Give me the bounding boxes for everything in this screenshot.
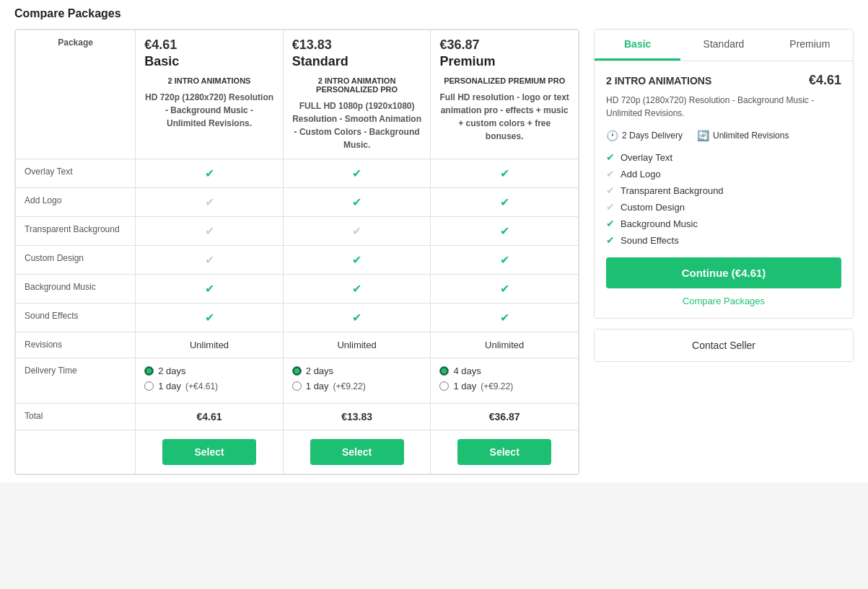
basic-delivery-fast-radio[interactable]: [144, 381, 154, 391]
continue-button[interactable]: Continue (€4.61): [606, 257, 841, 288]
check-gray-icon: ✔: [205, 225, 214, 237]
panel-meta: 🕐 2 Days Delivery 🔄 Unlimited Revisions: [606, 130, 841, 141]
basic-overlay-text: ✔: [136, 159, 284, 188]
standard-delivery-default: 2 days: [292, 366, 422, 376]
basic-delivery-fast: 1 day (+€4.61): [144, 381, 274, 391]
premium-transparent-bg: ✔: [431, 217, 579, 246]
premium-delivery-fast-label: 1 day: [453, 381, 476, 391]
basic-transparent-bg: ✔: [136, 217, 284, 246]
premium-delivery-default-label: 4 days: [453, 366, 481, 376]
standard-transparent-bg: ✔: [283, 217, 431, 246]
premium-delivery-fast: 1 day (+€9.22): [439, 381, 569, 391]
transparent-bg-label: Transparent Background: [16, 217, 136, 246]
basic-header: €4.61 Basic 2 INTRO ANIMATIONS HD 720p (…: [136, 30, 284, 159]
premium-background-music: ✔: [431, 275, 579, 304]
basic-name: Basic: [144, 54, 274, 69]
custom-design-label: Custom Design: [16, 246, 136, 275]
check-gray-icon: ✔: [205, 196, 214, 208]
premium-select-button[interactable]: Select: [457, 439, 551, 465]
standard-custom-design: ✔: [283, 246, 431, 275]
panel-animations-row: 2 INTRO ANIMATIONS €4.61: [606, 73, 841, 88]
panel-price: €4.61: [809, 73, 841, 88]
basic-background-music: ✔: [136, 275, 284, 304]
premium-subtitle: PERSONALIZED PREMIUM PRO: [439, 76, 569, 85]
panel-revisions-meta: 🔄 Unlimited Revisions: [697, 130, 789, 141]
standard-delivery: 2 days 1 day (+€9.22): [283, 358, 431, 404]
main-layout: Package €4.61 Basic 2 INTRO ANIMATIONS H…: [14, 29, 854, 475]
check-icon: ✔: [352, 167, 361, 180]
check-icon: ✔: [500, 254, 509, 266]
premium-sound-effects: ✔: [431, 304, 579, 332]
tab-premium[interactable]: Premium: [767, 30, 853, 61]
standard-price: €13.83: [292, 37, 422, 53]
custom-design-row: Custom Design ✔ ✔ ✔: [16, 246, 579, 275]
basic-delivery-default-label: 2 days: [158, 366, 185, 376]
feature-check-gray-icon: ✔: [606, 168, 615, 180]
delivery-row: Delivery Time 2 days 1 day (+€4.61): [16, 358, 579, 404]
transparent-bg-row: Transparent Background ✔ ✔ ✔: [16, 217, 579, 246]
check-icon: ✔: [205, 311, 214, 324]
premium-total-price: €36.87: [439, 411, 569, 422]
contact-box: Contact Seller: [594, 329, 854, 362]
check-icon: ✔: [205, 283, 214, 295]
compare-table-wrap: Package €4.61 Basic 2 INTRO ANIMATIONS H…: [14, 29, 579, 475]
feature-check-icon: ✔: [606, 218, 615, 229]
standard-select-button[interactable]: Select: [310, 439, 404, 465]
tab-basic[interactable]: Basic: [595, 30, 680, 61]
basic-select-cell: Select: [136, 430, 284, 474]
feature-check-gray-icon: ✔: [606, 201, 615, 213]
sound-effects-label: Sound Effects: [16, 304, 136, 332]
basic-delivery-default: 2 days: [144, 366, 274, 376]
premium-custom-design: ✔: [431, 246, 579, 275]
compare-table: Package €4.61 Basic 2 INTRO ANIMATIONS H…: [15, 30, 579, 474]
contact-seller-button[interactable]: Contact Seller: [595, 329, 853, 361]
check-icon: ✔: [352, 311, 361, 324]
standard-delivery-fast-radio[interactable]: [292, 381, 302, 391]
premium-delivery-fast-price: (+€9.22): [481, 381, 513, 391]
check-icon: ✔: [500, 311, 509, 324]
delivery-label: Delivery Time: [16, 358, 136, 404]
tabs-header: Basic Standard Premium: [595, 30, 853, 61]
basic-total: €4.61: [136, 404, 284, 430]
select-row: Select Select Select: [16, 430, 579, 474]
feature-transparent-bg: ✔ Transparent Background: [606, 185, 841, 196]
page-title: Compare Packages: [14, 7, 854, 20]
right-panel: Basic Standard Premium 2 INTRO ANIMATION…: [594, 29, 854, 475]
feature-custom-design: ✔ Custom Design: [606, 201, 841, 213]
standard-total: €13.83: [283, 404, 431, 430]
basic-select-button[interactable]: Select: [162, 439, 256, 465]
feature-transparent-bg-label: Transparent Background: [621, 185, 724, 196]
total-row: Total €4.61 €13.83 €36.87: [16, 404, 579, 430]
standard-delivery-default-radio[interactable]: [292, 366, 302, 376]
basic-delivery-fast-price: (+€4.61): [185, 381, 218, 391]
premium-delivery-default-radio[interactable]: [439, 366, 449, 376]
label-header: Package: [16, 30, 136, 159]
standard-delivery-fast-price: (+€9.22): [333, 381, 366, 391]
feature-list: ✔ Overlay Text ✔ Add Logo ✔ Transparent …: [606, 151, 841, 246]
feature-check-gray-icon: ✔: [606, 185, 615, 196]
check-icon: ✔: [352, 254, 361, 266]
feature-background-music: ✔ Background Music: [606, 218, 841, 229]
panel-description: HD 720p (1280x720) Resolution - Backgrou…: [606, 94, 841, 120]
background-music-label: Background Music: [16, 275, 136, 304]
background-music-row: Background Music ✔ ✔ ✔: [16, 275, 579, 304]
standard-background-music: ✔: [283, 275, 431, 304]
premium-delivery-fast-radio[interactable]: [439, 381, 449, 391]
tab-standard[interactable]: Standard: [680, 30, 766, 61]
basic-revisions: Unlimited: [136, 332, 284, 358]
basic-delivery: 2 days 1 day (+€4.61): [136, 358, 284, 404]
standard-subtitle: 2 INTRO ANIMATION PERSONALIZED PRO: [292, 76, 422, 94]
basic-subtitle: 2 INTRO ANIMATIONS: [144, 76, 274, 85]
compare-packages-link[interactable]: Compare Packages: [606, 296, 841, 306]
panel-body: 2 INTRO ANIMATIONS €4.61 HD 720p (1280x7…: [595, 61, 853, 318]
basic-delivery-default-radio[interactable]: [144, 366, 154, 376]
standard-name: Standard: [292, 54, 422, 69]
sound-effects-row: Sound Effects ✔ ✔ ✔: [16, 304, 579, 332]
basic-price: €4.61: [144, 37, 274, 53]
premium-desc: Full HD resolution - logo or text animat…: [439, 91, 569, 143]
tabs-box: Basic Standard Premium 2 INTRO ANIMATION…: [594, 29, 854, 319]
check-icon: ✔: [352, 196, 361, 208]
standard-delivery-default-label: 2 days: [306, 366, 333, 376]
feature-overlay-text-label: Overlay Text: [621, 152, 672, 163]
basic-desc: HD 720p (1280x720) Resolution - Backgrou…: [144, 91, 274, 130]
